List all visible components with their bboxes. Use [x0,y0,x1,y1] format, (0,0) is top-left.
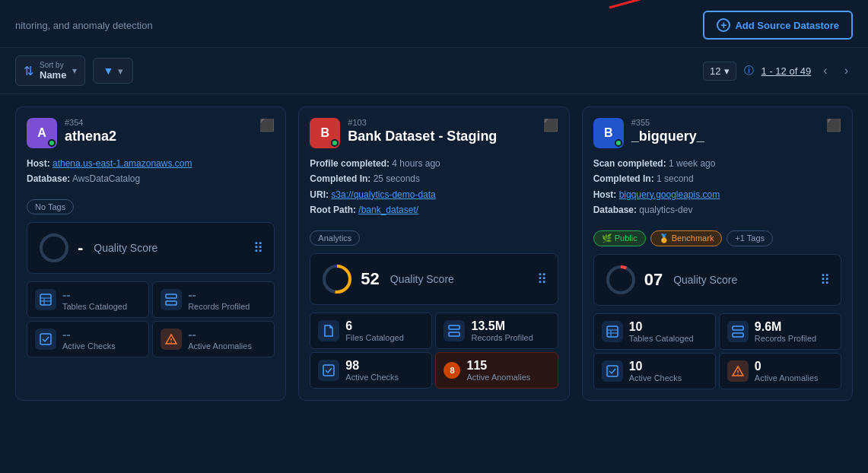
table-icon [602,321,623,342]
stats-grid: -- Tables Cataloged -- Records Profiled … [27,281,275,357]
quality-circle [605,264,637,296]
svg-point-18 [608,267,634,293]
sort-control[interactable]: ⇅ Sort by Name ▾ [15,56,85,86]
svg-point-2 [41,235,67,261]
svg-point-29 [737,373,739,375]
stat-cell: -- Active Checks [27,321,149,357]
records-icon [444,320,465,341]
svg-rect-17 [323,365,334,376]
stat-cell: -- Records Profiled [152,281,275,318]
bookmark-icon[interactable]: ⬛ [543,118,558,132]
chevron-down-icon-filter: ▾ [118,65,123,77]
bookmark-icon[interactable]: ⬛ [826,118,841,132]
status-dot [615,139,622,147]
card-1: B #103 Bank Dataset - Staging ⬛ Profile … [298,106,569,401]
table-icon [35,289,56,310]
filter-icon: ▼ [103,65,113,77]
card-tags: Analytics [299,226,568,253]
filter-button[interactable]: ▼ ▾ [93,58,133,84]
prev-page-button[interactable]: ‹ [819,61,831,81]
bookmark-icon[interactable]: ⬛ [259,118,275,132]
card-details: Scan completed: 1 week agoCompleted In: … [583,156,852,226]
plus-circle-icon: + [717,18,730,32]
warning-icon [727,360,749,382]
svg-rect-3 [40,294,51,305]
warning-icon [161,329,182,350]
status-dot [48,139,56,147]
tag[interactable]: Analytics [310,230,360,246]
quality-score-label: Quality Score [94,242,157,254]
chevron-down-icon: ▾ [72,65,77,76]
card-tags: 🌿 Public🏅 Benchmark+1 Tags [583,226,852,254]
tag[interactable]: 🌿 Public [593,230,646,246]
page-size-select[interactable]: 12 ▾ [703,62,736,81]
stats-grid: 6 Files Cataloged 13.5M Records Profiled… [310,313,558,389]
hierarchy-icon[interactable]: ⠿ [253,240,263,256]
card-icon: B [310,118,340,148]
svg-rect-15 [449,325,459,329]
card-id: #355 [631,118,704,127]
svg-point-12 [170,341,172,343]
hierarchy-icon[interactable]: ⠿ [820,271,830,288]
stat-cell: 0 Active Anomalies [719,353,841,389]
status-dot [331,139,339,147]
sort-label-group: Sort by Name [40,61,66,81]
card-tags: No Tags [16,195,285,222]
card-icon: A [27,118,57,148]
card-icon: B [593,118,624,148]
toolbar-right: 12 ▾ ⓘ 1 - 12 of 49 ‹ › [703,61,853,81]
card-header: B #103 Bank Dataset - Staging ⬛ [299,107,568,156]
card-details: Host: athena.us-east-1.amazonaws.comData… [16,156,285,195]
quality-score-label: Quality Score [673,274,737,286]
card-header: A #354 athena2 ⬛ [16,107,285,156]
card-details: Profile completed: 4 hours agoCompleted … [299,156,568,226]
tag[interactable]: No Tags [27,199,74,214]
svg-rect-8 [166,301,176,305]
anomaly-badge-icon: 8 [444,362,460,379]
header-subtitle: nitoring, and anomaly detection [15,20,153,31]
stat-cell: 6 Files Cataloged [310,313,432,349]
chevron-down-icon-pagesize: ▾ [724,65,730,77]
card-id: #354 [65,118,116,127]
next-page-button[interactable]: › [840,61,853,81]
svg-rect-26 [607,366,618,376]
card-2: B #355 _bigquery_ ⬛ Scan completed: 1 we… [582,106,853,401]
quality-section: - Quality Score ⠿ [27,222,275,274]
quality-score-label: Quality Score [390,273,454,285]
records-icon [161,289,182,310]
svg-rect-25 [733,333,743,337]
stat-cell: 10 Tables Cataloged [593,313,716,350]
stat-cell: -- Active Anomalies [152,321,275,357]
add-source-button[interactable]: + Add Source Datastore [703,11,853,40]
check-icon [602,360,623,382]
quality-score-value: 52 [361,269,379,289]
stat-cell: 8 115 Active Anomalies [435,352,558,389]
stats-grid: 10 Tables Cataloged 9.6M Records Profile… [593,313,841,389]
svg-rect-24 [733,326,743,330]
card-name: athena2 [65,129,116,144]
quality-score-value: 07 [644,270,663,290]
quality-score-value: - [78,238,83,258]
check-icon [318,360,339,381]
stat-cell: 13.5M Records Profiled [435,313,558,349]
tag[interactable]: +1 Tags [727,230,773,246]
stat-cell: 9.6M Records Profiled [719,313,841,350]
toolbar: ⇅ Sort by Name ▾ ▼ ▾ 12 ▾ ⓘ 1 - 12 of 49… [0,48,868,94]
card-0: A #354 athena2 ⬛ Host: athena.us-east-1.… [15,106,286,401]
toolbar-left: ⇅ Sort by Name ▾ ▼ ▾ [15,56,133,86]
svg-rect-16 [449,332,459,336]
pagination-info: 1 - 12 of 49 [761,65,812,77]
info-icon: ⓘ [744,64,754,78]
card-name: Bank Dataset - Staging [348,129,497,144]
sort-icon: ⇅ [24,64,33,78]
cards-container: A #354 athena2 ⬛ Host: athena.us-east-1.… [0,94,868,413]
quality-circle [38,232,70,264]
quality-section: 52 Quality Score ⠿ [310,253,558,305]
svg-rect-20 [607,326,618,337]
card-header: B #355 _bigquery_ ⬛ [583,107,852,156]
svg-rect-9 [40,334,51,344]
check-icon [35,329,56,350]
tag[interactable]: 🏅 Benchmark [650,230,723,246]
records-icon [727,321,749,342]
hierarchy-icon[interactable]: ⠿ [537,271,547,287]
